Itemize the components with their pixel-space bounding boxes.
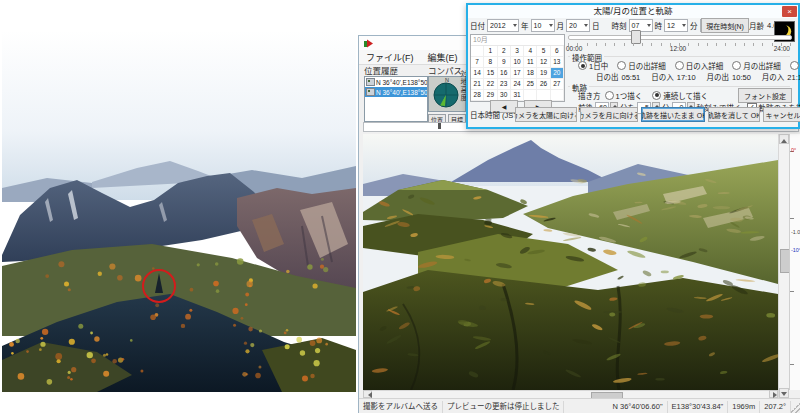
slider-start-label: 00:00 (566, 45, 582, 52)
radio-icon (675, 61, 684, 70)
moon-age-label: 月齢 (749, 20, 764, 31)
status-send-album: 撮影をアルバムへ送る (359, 401, 443, 413)
close-button[interactable]: × (782, 6, 797, 17)
calendar-day[interactable]: 2 (498, 46, 511, 57)
chevron-down-icon (513, 24, 517, 29)
time-slider-thumb[interactable] (631, 30, 641, 44)
menu-item-0[interactable]: ファイル(F) (359, 51, 421, 64)
minute-select[interactable]: 12 (664, 19, 688, 32)
calendar-day[interactable]: 24 (511, 79, 524, 90)
calendar-day[interactable]: 22 (484, 79, 497, 90)
camera-to-sun-button[interactable]: カメラを太陽に向ける (515, 107, 577, 122)
date-label: 日付 (470, 20, 485, 31)
calendar-empty-cell (551, 90, 564, 101)
status-heading: 207.2° (760, 401, 791, 413)
range-option[interactable]: 月の出詳細 (732, 60, 781, 71)
radio-icon (790, 61, 799, 70)
app-icon (363, 38, 374, 49)
position-history-list[interactable]: N 36°40',E138°50'N 36°40',E138°50' (364, 76, 428, 122)
day-select[interactable]: 20 (566, 19, 590, 32)
font-settings-button[interactable]: フォント設定 (738, 88, 792, 103)
ok-keep-trajectory-button[interactable]: 軌跡を描いたまま OK (641, 107, 705, 122)
event-time-label: 月の出 (707, 73, 730, 82)
elevation-ruler: 0° -1.0 -10° (789, 134, 800, 390)
calendar-day[interactable]: 5 (537, 46, 550, 57)
calendar-day[interactable]: 21 (471, 79, 484, 90)
resize-grip[interactable] (791, 401, 800, 413)
calendar-day[interactable]: 7 (471, 57, 484, 68)
calendar-day[interactable]: 14 (471, 68, 484, 79)
calendar-day[interactable]: 15 (484, 68, 497, 79)
ok-clear-trajectory-button[interactable]: 軌跡を消して OK (708, 107, 760, 122)
history-item[interactable]: N 36°40',E138°50' (365, 87, 427, 97)
ruler-pitch-label: -1.0 (791, 229, 800, 234)
calendar-day[interactable]: 26 (537, 79, 550, 90)
calendar-day[interactable]: 28 (471, 90, 484, 101)
status-altitude: 1969m (728, 401, 760, 413)
calendar-day[interactable]: 1 (484, 46, 497, 57)
trajectory-option[interactable]: 連続して描く (652, 90, 708, 101)
event-time-value: 17:10 (677, 73, 696, 82)
calendar-day[interactable]: 10 (511, 57, 524, 68)
time-label: 時刻 (612, 20, 627, 31)
calendar-day[interactable]: 4 (524, 46, 537, 57)
event-time-value: 05:51 (622, 73, 641, 82)
scroll-down-button[interactable] (779, 388, 789, 398)
calendar-day[interactable]: 9 (498, 57, 511, 68)
scroll-right-button[interactable] (769, 390, 778, 398)
trajectory-option[interactable]: 1つ描く (605, 90, 643, 101)
range-option[interactable]: 月の入詳細 (790, 60, 800, 71)
current-time-button[interactable]: 現在時刻(N) (701, 18, 749, 33)
calendar-day[interactable]: 6 (551, 46, 564, 57)
range-option-label: 月の出詳細 (743, 60, 781, 71)
position-history-title: 位置履歴 (364, 66, 426, 76)
range-option[interactable]: 1日中 (578, 60, 608, 71)
status-bar: 撮影をアルバムへ送る プレビューの更新は停止しました N 36°40'06.60… (359, 398, 800, 413)
calendar-day[interactable]: 19 (537, 68, 550, 79)
event-time-label: 日の入 (651, 73, 674, 82)
range-option-label: 日の出詳細 (628, 60, 666, 71)
dialog-titlebar[interactable]: 太陽/月の位置と軌跡 × (468, 5, 798, 18)
range-option[interactable]: 日の入詳細 (675, 60, 724, 71)
radio-icon (605, 91, 614, 100)
range-option-label: 日の入詳細 (686, 60, 724, 71)
calendar-day[interactable]: 16 (498, 68, 511, 79)
event-time: 月の入21:17 (762, 71, 800, 82)
calendar-day[interactable]: 17 (511, 68, 524, 79)
range-option[interactable]: 日の出詳細 (617, 60, 666, 71)
scroll-up-button[interactable] (779, 134, 789, 144)
calendar-day[interactable]: 3 (511, 46, 524, 57)
calendar-day[interactable]: 11 (524, 57, 537, 68)
menu-item-1[interactable]: 編集(E) (421, 51, 465, 64)
radio-icon (617, 61, 626, 70)
compass-dial (433, 82, 459, 108)
calendar-day[interactable]: 8 (484, 57, 497, 68)
timezone-label: 日本時間 (JST) (470, 109, 512, 120)
event-time: 日の出05:51 (596, 71, 640, 82)
vertical-scrollbar[interactable] (778, 134, 789, 398)
camera-to-moon-button[interactable]: カメラを月に向ける (580, 107, 638, 122)
calendar-day[interactable]: 20 (551, 68, 564, 79)
calendar-day[interactable]: 18 (524, 68, 537, 79)
calendar-day[interactable]: 25 (524, 79, 537, 90)
year-select[interactable]: 2012 (487, 19, 519, 32)
event-time-value: 21:17 (787, 73, 800, 82)
dialog-title: 太陽/月の位置と軌跡 (594, 6, 673, 16)
calendar-day[interactable]: 13 (551, 57, 564, 68)
calendar-month-header: 10月 (471, 35, 564, 46)
calendar-day[interactable]: 27 (551, 79, 564, 90)
draw-how-label: 描き方 (578, 90, 601, 101)
chevron-down-icon (682, 24, 686, 29)
radio-icon (652, 91, 661, 100)
month-select[interactable]: 10 (531, 19, 555, 32)
calendar-day[interactable]: 23 (498, 79, 511, 90)
sun-moon-dialog: 太陽/月の位置と軌跡 × 日付 2012 年 10 月 20 日 時刻 07 時… (466, 3, 800, 129)
scroll-left-button[interactable] (363, 390, 372, 398)
history-item[interactable]: N 36°40',E138°50' (365, 77, 427, 87)
view-trackbar-thumb[interactable] (438, 123, 441, 129)
cancel-button[interactable]: キャンセル (763, 107, 800, 122)
time-slider-track[interactable] (568, 35, 792, 40)
terrain-3d-view[interactable] (363, 134, 778, 390)
calendar-day[interactable]: 12 (537, 57, 550, 68)
slider-mid-label: 12:00 (582, 45, 773, 52)
